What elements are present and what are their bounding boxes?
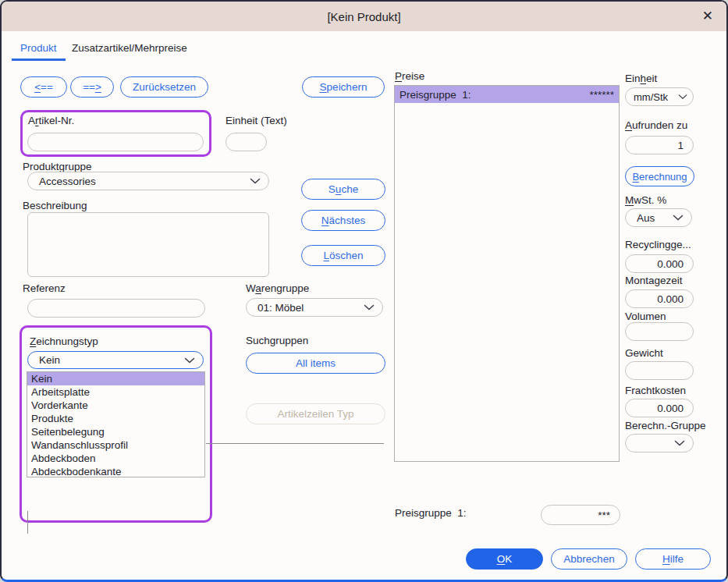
titlebar: [Kein Produkt] ✕ <box>2 2 726 31</box>
produktgruppe-select[interactable]: Accessories <box>27 172 269 190</box>
preisgruppe-row-name: Preisgruppe 1: <box>400 89 471 101</box>
ok-button[interactable]: OK <box>466 548 543 570</box>
mwst-select[interactable]: Aus <box>625 208 692 227</box>
next-button[interactable]: ==> <box>70 76 114 98</box>
zeichnungstyp-option[interactable]: Kein <box>27 372 204 385</box>
montagezeit-input[interactable] <box>625 289 694 308</box>
zeichnungstyp-dropdown-list: Kein Arbeitsplatte Vorderkante Produkte … <box>27 371 205 477</box>
mwst-label: MwSt. % <box>625 194 666 206</box>
chevron-down-icon <box>674 440 685 446</box>
abbrechen-button[interactable]: Abbrechen <box>551 548 627 570</box>
dialog-title: [Kein Produkt] <box>327 10 400 23</box>
loeschen-button[interactable]: Löschen <box>301 245 385 266</box>
einheit-text-label: Einheit (Text) <box>226 115 287 126</box>
naechstes-button[interactable]: Nächstes <box>301 210 385 231</box>
suche-button[interactable]: Suche <box>301 179 385 200</box>
zeichnungstyp-option[interactable]: Vorderkante <box>27 399 204 412</box>
divider-line <box>206 443 384 444</box>
preisgruppe-bottom-input[interactable] <box>541 505 620 525</box>
suchgruppen-label: Suchgruppen <box>246 335 308 346</box>
aufrunden-label: Aufrunden zu <box>625 119 687 131</box>
referenz-label: Referenz <box>23 282 66 294</box>
chevron-down-icon <box>364 304 375 311</box>
zeichnungstyp-label: Zeichnungstyp <box>30 335 98 347</box>
chevron-down-icon <box>678 94 687 100</box>
volumen-input[interactable] <box>625 322 694 341</box>
zeichnungstyp-value: Kein <box>39 354 60 366</box>
einheit-text-input[interactable] <box>226 133 267 151</box>
volumen-label: Volumen <box>625 311 666 322</box>
tab-zusatzartikel[interactable]: Zusatzartikel/Mehrpreise <box>72 42 187 54</box>
berechn-gruppe-select[interactable] <box>625 434 694 452</box>
preisgruppe-row-value: ****** <box>589 89 614 101</box>
hilfe-button[interactable]: Hilfe <box>635 548 711 570</box>
berechnung-button[interactable]: Berechnung <box>625 166 694 186</box>
chevron-down-icon <box>250 178 261 184</box>
preise-label: Preise <box>395 70 424 82</box>
divider-line <box>27 511 28 534</box>
referenz-input[interactable] <box>27 299 205 318</box>
zeichnungstyp-option[interactable]: Abdeckbodenkante <box>27 465 204 477</box>
warengruppe-value: 01: Möbel <box>257 302 304 314</box>
gewicht-label: Gewicht <box>625 347 663 359</box>
preisgruppe-bottom-label: Preisgruppe 1: <box>395 507 467 519</box>
frachtkosten-label: Frachtkosten <box>625 385 686 396</box>
zeichnungstyp-option[interactable]: Arbeitsplatte <box>27 385 204 399</box>
zeichnungstyp-select[interactable]: Kein <box>27 351 204 369</box>
preisgruppe-row[interactable]: Preisgruppe 1: ****** <box>395 86 619 103</box>
einheit-select[interactable]: mm/Stk <box>625 87 694 106</box>
mwst-value: Aus <box>637 212 655 224</box>
zeichnungstyp-option[interactable]: Abdeckboden <box>27 452 204 465</box>
frachtkosten-input[interactable] <box>625 399 694 417</box>
montagezeit-label: Montagezeit <box>625 275 683 286</box>
berechn-gruppe-label: Berechn.-Gruppe <box>625 420 706 431</box>
aufrunden-input[interactable] <box>625 136 694 154</box>
gewicht-input[interactable] <box>625 361 694 380</box>
recycling-input[interactable] <box>625 254 694 273</box>
reset-button[interactable]: Zurücksetzen <box>120 76 208 98</box>
close-icon[interactable]: ✕ <box>702 9 713 24</box>
tab-produkt[interactable]: Produkt <box>12 42 66 61</box>
beschreibung-textarea[interactable] <box>27 212 269 277</box>
artikel-nr-input[interactable] <box>27 133 204 151</box>
warengruppe-select[interactable]: 01: Möbel <box>246 298 383 317</box>
zeichnungstyp-option[interactable]: Wandanschlussprofil <box>27 438 204 452</box>
save-button[interactable]: Speichern <box>302 76 385 98</box>
chevron-down-icon <box>184 357 195 364</box>
beschreibung-label: Beschreibung <box>23 200 87 211</box>
produktgruppe-value: Accessories <box>39 176 96 187</box>
artikel-nr-label: Artikel-Nr. <box>28 115 74 126</box>
chevron-down-icon <box>673 215 684 221</box>
preise-listbox[interactable]: Preisgruppe 1: ****** <box>394 85 620 462</box>
product-dialog: [Kein Produkt] ✕ Produkt Zusatzartikel/M… <box>0 0 728 582</box>
einheit-value: mm/Stk <box>634 91 668 103</box>
all-items-button[interactable]: All items <box>246 353 385 374</box>
artikelzeilen-typ-button: Artikelzeilen Typ <box>246 403 385 424</box>
warengruppe-label: Warengruppe <box>246 282 309 294</box>
recycling-label: Recyclingge... <box>625 239 691 250</box>
produktgruppe-label: Produktgruppe <box>23 161 92 172</box>
zeichnungstyp-option[interactable]: Seitenbelegung <box>27 425 204 438</box>
einheit-label: Einheit <box>625 73 657 84</box>
zeichnungstyp-option[interactable]: Produkte <box>27 412 204 425</box>
prev-button[interactable]: <== <box>20 76 67 98</box>
